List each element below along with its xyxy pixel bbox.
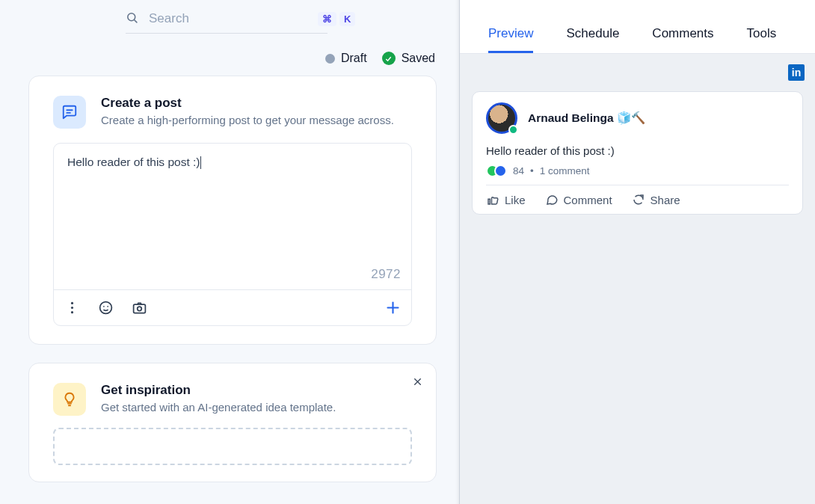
preview-area: in Arnaud Belinga 🧊🔨 Hello reader of thi… <box>460 54 815 504</box>
like-button[interactable]: Like <box>486 193 526 206</box>
share-button[interactable]: Share <box>632 193 680 206</box>
editor-toolbar <box>54 289 411 325</box>
comment-count: 1 comment <box>540 165 590 176</box>
tabs: Preview Schedule Comments Tools <box>460 0 815 54</box>
stats-separator: • <box>530 165 534 176</box>
close-button[interactable] <box>409 374 425 390</box>
dot-icon <box>325 54 335 64</box>
svg-rect-10 <box>134 304 146 313</box>
search-bar[interactable]: ⌘ K <box>126 7 327 34</box>
presence-icon <box>508 125 518 135</box>
svg-line-1 <box>135 20 137 22</box>
comment-button[interactable]: Comment <box>545 193 612 206</box>
linkedin-icon: in <box>788 64 805 81</box>
like-label: Like <box>505 194 526 206</box>
svg-point-6 <box>71 311 73 313</box>
post-actions: Like Comment Share <box>486 193 789 206</box>
saved-status: Saved <box>382 52 435 65</box>
search-shortcut: ⌘ K <box>318 12 355 26</box>
preview-column: Preview Schedule Comments Tools in Arnau… <box>460 0 815 504</box>
avatar <box>486 102 517 134</box>
share-label: Share <box>651 194 680 206</box>
post-editor: Hello reader of this post :) 2972 <box>53 143 412 326</box>
post-stats: 84 • 1 comment <box>486 165 789 185</box>
svg-point-5 <box>71 306 73 308</box>
draft-status: Draft <box>325 52 367 65</box>
tab-preview[interactable]: Preview <box>488 26 533 53</box>
author-name: Arnaud Belinga 🧊🔨 <box>528 111 645 125</box>
inspiration-placeholder[interactable] <box>53 428 412 465</box>
tab-comments[interactable]: Comments <box>652 26 713 53</box>
svg-point-7 <box>100 301 112 313</box>
post-body: Hello reader of this post :) <box>486 144 789 157</box>
svg-point-11 <box>138 307 142 311</box>
editor-column: ⌘ K Draft Saved Create a post Create a h… <box>0 0 460 504</box>
create-post-title: Create a post <box>101 96 394 111</box>
create-post-subtitle: Create a high-performing post to get you… <box>101 112 394 129</box>
post-content: Hello reader of this post :) <box>67 156 201 168</box>
reactions-icon <box>486 165 507 177</box>
camera-button[interactable] <box>132 300 147 316</box>
inspiration-subtitle: Get started with an AI-generated idea te… <box>101 399 336 417</box>
post-textarea[interactable]: Hello reader of this post :) 2972 <box>54 144 411 289</box>
svg-point-8 <box>103 305 105 307</box>
search-icon <box>126 11 138 26</box>
tab-schedule[interactable]: Schedule <box>566 26 619 53</box>
lightbulb-icon <box>53 383 86 416</box>
status-row: Draft Saved <box>28 52 435 65</box>
draft-label: Draft <box>341 52 367 65</box>
char-counter: 2972 <box>371 267 401 282</box>
inspiration-title: Get inspiration <box>101 383 336 398</box>
search-input[interactable] <box>147 10 309 27</box>
comment-label: Comment <box>564 194 612 206</box>
tab-tools[interactable]: Tools <box>747 26 777 53</box>
emoji-button[interactable] <box>98 300 114 316</box>
svg-point-4 <box>71 301 73 304</box>
svg-point-9 <box>107 305 108 307</box>
compose-icon <box>53 96 86 129</box>
like-count: 84 <box>513 165 524 176</box>
check-icon <box>382 52 396 65</box>
kbd-k: K <box>339 12 355 26</box>
saved-label: Saved <box>402 52 435 65</box>
kbd-cmd: ⌘ <box>318 12 336 26</box>
inspiration-card: Get inspiration Get started with an AI-g… <box>28 363 437 482</box>
add-button[interactable] <box>385 300 401 316</box>
create-post-card: Create a post Create a high-performing p… <box>28 76 437 345</box>
post-preview-card: Arnaud Belinga 🧊🔨 Hello reader of this p… <box>472 91 803 215</box>
more-button[interactable] <box>64 300 80 316</box>
